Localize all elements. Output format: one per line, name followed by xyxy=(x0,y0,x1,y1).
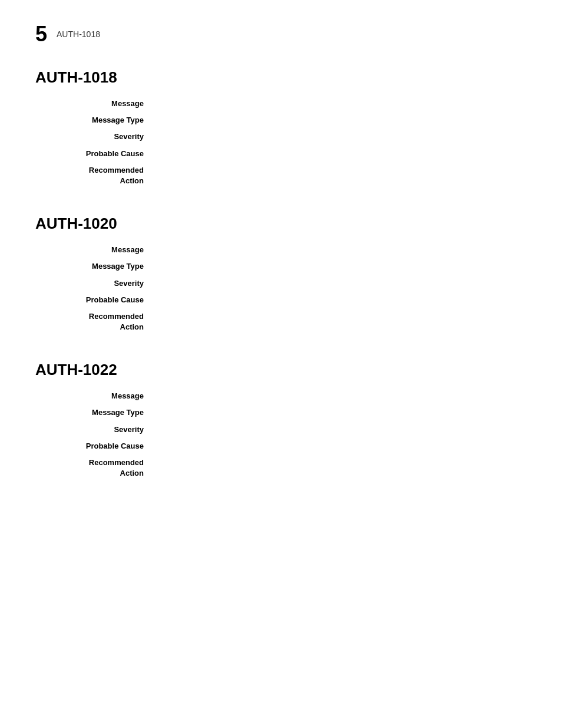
field-row: RecommendedAction xyxy=(35,457,527,479)
field-value-auth-1018-2 xyxy=(153,131,527,142)
field-value-auth-1022-0 xyxy=(153,391,527,401)
field-row: RecommendedAction xyxy=(35,165,527,186)
field-label-auth-1020-1: Message Type xyxy=(35,261,153,272)
page-number: 5 xyxy=(35,24,47,45)
field-label-auth-1020-4: RecommendedAction xyxy=(35,311,153,332)
section-title-auth-1022: AUTH-1022 xyxy=(35,361,527,379)
field-label-auth-1018-0: Message xyxy=(35,98,153,109)
field-label-auth-1018-3: Probable Cause xyxy=(35,149,153,159)
field-row: RecommendedAction xyxy=(35,311,527,332)
field-row: Probable Cause xyxy=(35,149,527,159)
field-value-auth-1018-3 xyxy=(153,149,527,159)
field-value-auth-1022-4 xyxy=(153,457,527,479)
field-value-auth-1018-4 xyxy=(153,165,527,186)
field-row: Probable Cause xyxy=(35,295,527,305)
section-auth-1018: AUTH-1018MessageMessage TypeSeverityProb… xyxy=(35,68,527,186)
page-id: AUTH-1018 xyxy=(57,29,100,39)
field-row: Message xyxy=(35,391,527,401)
sections-container: AUTH-1018MessageMessage TypeSeverityProb… xyxy=(35,68,527,479)
field-row: Message Type xyxy=(35,407,527,418)
section-title-auth-1020: AUTH-1020 xyxy=(35,215,527,233)
field-label-auth-1022-1: Message Type xyxy=(35,407,153,418)
field-label-auth-1022-3: Probable Cause xyxy=(35,441,153,452)
field-value-auth-1020-0 xyxy=(153,245,527,255)
field-label-auth-1022-0: Message xyxy=(35,391,153,401)
field-label-auth-1018-1: Message Type xyxy=(35,115,153,126)
field-label-auth-1020-3: Probable Cause xyxy=(35,295,153,305)
field-value-auth-1020-4 xyxy=(153,311,527,332)
field-value-auth-1018-0 xyxy=(153,98,527,109)
field-label-auth-1020-0: Message xyxy=(35,245,153,255)
field-row: Probable Cause xyxy=(35,441,527,452)
field-row: Message xyxy=(35,245,527,255)
field-row: Message Type xyxy=(35,115,527,126)
field-value-auth-1022-2 xyxy=(153,424,527,435)
field-label-auth-1018-2: Severity xyxy=(35,131,153,142)
field-value-auth-1020-1 xyxy=(153,261,527,272)
section-title-auth-1018: AUTH-1018 xyxy=(35,68,527,87)
field-label-auth-1022-4: RecommendedAction xyxy=(35,457,153,479)
field-label-auth-1020-2: Severity xyxy=(35,278,153,289)
field-row: Message Type xyxy=(35,261,527,272)
field-row: Message xyxy=(35,98,527,109)
field-row: Severity xyxy=(35,424,527,435)
field-label-auth-1018-4: RecommendedAction xyxy=(35,165,153,186)
field-value-auth-1018-1 xyxy=(153,115,527,126)
section-auth-1020: AUTH-1020MessageMessage TypeSeverityProb… xyxy=(35,215,527,332)
section-auth-1022: AUTH-1022MessageMessage TypeSeverityProb… xyxy=(35,361,527,479)
field-value-auth-1020-3 xyxy=(153,295,527,305)
field-value-auth-1020-2 xyxy=(153,278,527,289)
field-label-auth-1022-2: Severity xyxy=(35,424,153,435)
field-value-auth-1022-3 xyxy=(153,441,527,452)
field-row: Severity xyxy=(35,278,527,289)
field-value-auth-1022-1 xyxy=(153,407,527,418)
page-header: 5 AUTH-1018 xyxy=(35,24,527,45)
field-row: Severity xyxy=(35,131,527,142)
